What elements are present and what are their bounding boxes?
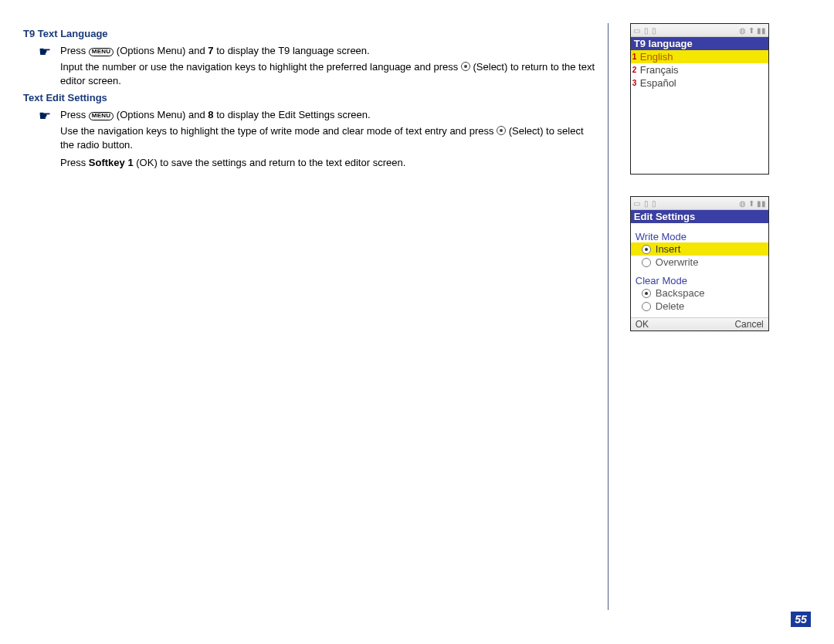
status-right-icons: ◍ ⬆ ▮▮ [739, 199, 766, 208]
group-label-write-mode: Write Mode [631, 225, 768, 242]
list-label: English [640, 51, 673, 63]
list-item: 3 Español [631, 76, 768, 90]
select-button-icon [497, 126, 506, 135]
heading-t9-language: T9 Text Language [23, 28, 596, 39]
list-index: 3 [632, 79, 640, 87]
radio-icon [642, 302, 651, 311]
step-text: Press MENU (Options Menu) and 7 to displ… [60, 44, 596, 58]
phone-softkey-bar: OK Cancel [631, 317, 768, 330]
list-label: Español [640, 77, 676, 89]
select-button-icon [461, 62, 470, 71]
page-number: 55 [791, 612, 811, 627]
list-item: 2 Français [631, 63, 768, 76]
manual-page: T9 Text Language ☛ Press MENU (Options M… [0, 0, 834, 633]
pointer-icon: ☛ [39, 108, 60, 123]
radio-label: Overwrite [656, 256, 699, 268]
list-item: 1 English [631, 50, 768, 63]
instruction-substep: Press Softkey 1 (OK) to save the setting… [60, 156, 596, 170]
screenshot-column: ▭ ▯ ▯ ◍ ⬆ ▮▮ T9 language 1 English 2 Fra… [609, 23, 811, 610]
radio-option: Delete [631, 300, 768, 313]
phone-screen-title: T9 language [631, 37, 768, 50]
status-left-icons: ▭ ▯ ▯ [633, 26, 658, 35]
phone-status-bar: ▭ ▯ ▯ ◍ ⬆ ▮▮ [631, 24, 768, 37]
heading-text-edit-settings: Text Edit Settings [23, 92, 596, 103]
list-index: 1 [632, 53, 640, 61]
instruction-step: ☛ Press MENU (Options Menu) and 8 to dis… [39, 108, 596, 123]
radio-icon [642, 245, 651, 254]
group-label-clear-mode: Clear Mode [631, 269, 768, 286]
phone-screenshot-edit-settings: ▭ ▯ ▯ ◍ ⬆ ▮▮ Edit Settings Write Mode In… [630, 196, 769, 331]
list-label: Français [640, 64, 679, 76]
radio-label: Backspace [656, 287, 705, 299]
radio-icon [642, 258, 651, 267]
radio-option: Backspace [631, 286, 768, 300]
softkey-right: Cancel [734, 319, 763, 330]
radio-label: Delete [656, 300, 685, 312]
instruction-step: ☛ Press MENU (Options Menu) and 7 to dis… [39, 44, 596, 59]
radio-label: Insert [656, 243, 681, 255]
phone-status-bar: ▭ ▯ ▯ ◍ ⬆ ▮▮ [631, 197, 768, 210]
phone-list: 1 English 2 Français 3 Español [631, 50, 768, 174]
instruction-substep: Input the number or use the navigation k… [60, 60, 596, 87]
radio-icon [642, 289, 651, 298]
menu-button-icon: MENU [89, 48, 114, 56]
status-left-icons: ▭ ▯ ▯ [633, 199, 658, 208]
list-index: 2 [632, 66, 640, 74]
menu-button-icon: MENU [89, 112, 114, 120]
phone-body: Write Mode Insert Overwrite Clear Mode B… [631, 223, 768, 317]
text-column: T9 Text Language ☛ Press MENU (Options M… [23, 23, 609, 610]
pointer-icon: ☛ [39, 44, 60, 59]
softkey-left: OK [636, 319, 649, 330]
radio-option: Overwrite [631, 256, 768, 269]
radio-option: Insert [631, 242, 768, 256]
phone-screen-title: Edit Settings [631, 210, 768, 223]
step-text: Press MENU (Options Menu) and 8 to displ… [60, 108, 596, 122]
phone-screenshot-t9-language: ▭ ▯ ▯ ◍ ⬆ ▮▮ T9 language 1 English 2 Fra… [630, 23, 769, 175]
instruction-substep: Use the navigation keys to highlight the… [60, 124, 596, 151]
status-right-icons: ◍ ⬆ ▮▮ [739, 26, 766, 35]
